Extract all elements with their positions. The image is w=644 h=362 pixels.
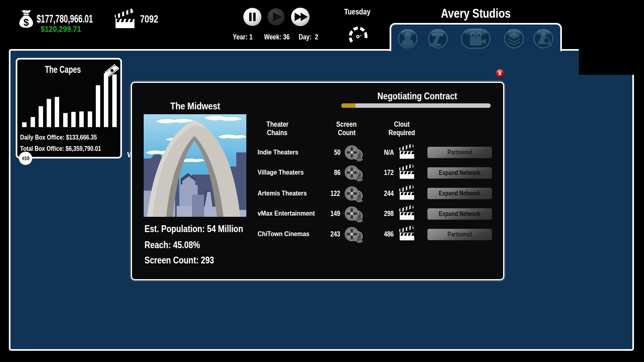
svg-text:$: $ [23,17,29,28]
svg-text:x: x [498,70,502,76]
